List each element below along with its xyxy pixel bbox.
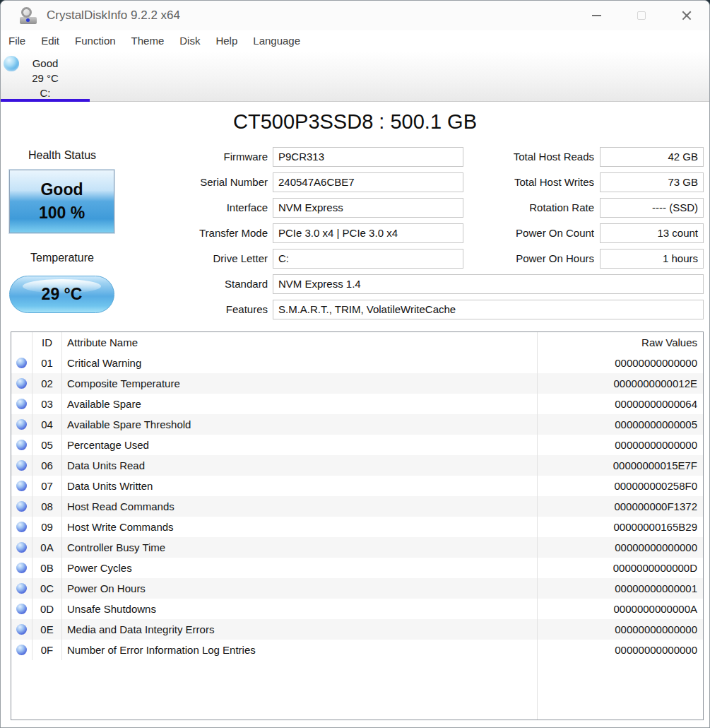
table-row[interactable]: 0EMedia and Data Integrity Errors0000000… [11,619,703,640]
drive-letter-label: Drive Letter [128,249,268,269]
drive-letter-value: C: [273,249,463,269]
status-orb-icon [16,563,27,573]
status-orb-icon [16,399,27,409]
drive-tab-strip: Good 29 °C C: [1,52,709,102]
power-on-hours-value: 1 hours [600,249,704,269]
menu-function[interactable]: Function [67,30,124,52]
close-icon [682,11,692,20]
table-row[interactable]: 0DUnsafe Shutdowns0000000000000A [11,599,703,619]
features-value: S.M.A.R.T., TRIM, VolatileWriteCache [273,300,704,319]
status-orb-icon [16,501,27,512]
temperature-label: Temperature [9,252,115,264]
menu-bar: File Edit Function Theme Disk Help Langu… [1,30,709,52]
title-bar: CrystalDiskInfo 9.2.2 x64 [1,1,709,30]
status-orb-icon [16,460,27,471]
status-orb-icon [16,419,27,430]
table-row[interactable]: 03Available Spare00000000000064 [11,394,703,414]
standard-label: Standard [128,274,268,294]
menu-language[interactable]: Language [245,30,308,52]
status-orb-icon [16,481,27,491]
maximize-icon [637,11,646,20]
table-row[interactable]: 0AController Busy Time00000000000000 [11,537,703,558]
table-row[interactable]: 01Critical Warning00000000000000 [11,353,703,373]
status-orb-icon [16,542,27,553]
interface-value: NVM Express [273,198,463,218]
minimize-button[interactable] [574,1,619,30]
power-on-count-label: Power On Count [463,223,594,243]
menu-file[interactable]: File [1,30,33,52]
menu-disk[interactable]: Disk [172,30,208,52]
smart-table: ID Attribute Name Raw Values 01Critical … [11,331,704,720]
smart-header-raw: Raw Values [537,332,703,353]
table-row[interactable]: 08Host Read Commands000000000F1372 [11,496,703,517]
transfer-mode-label: Transfer Mode [128,223,268,243]
app-icon [20,7,38,24]
menu-edit[interactable]: Edit [33,30,67,52]
firmware-label: Firmware [128,147,268,167]
health-status-value: Good [40,180,83,199]
standard-value: NVM Express 1.4 [273,274,704,294]
temperature-value: 29 °C [42,285,83,304]
drive-title: CT500P3SSD8 : 500.1 GB [1,110,709,134]
power-on-count-value: 13 count [600,223,704,243]
minimize-icon [592,15,601,16]
smart-table-header: ID Attribute Name Raw Values [11,332,703,353]
status-orb-icon [16,378,27,389]
main-content: CT500P3SSD8 : 500.1 GB Health Status Goo… [1,102,709,728]
drive-tab-letter: C: [18,86,73,100]
status-orb-icon [16,522,27,532]
table-row[interactable]: 0FNumber of Error Information Log Entrie… [11,640,703,660]
status-orb-icon [16,358,27,368]
drive-tab-temperature: 29 °C [18,71,73,86]
firmware-value: P9CR313 [273,147,463,167]
table-row[interactable]: 09Host Write Commands00000000165B29 [11,517,703,537]
serial-number-label: Serial Number [128,172,268,192]
total-host-writes-label: Total Host Writes [463,172,594,192]
drive-tab-c[interactable]: Good 29 °C C: [1,52,90,101]
drive-tab-text: Good 29 °C C: [18,56,73,100]
power-on-hours-label: Power On Hours [463,249,594,269]
table-row[interactable]: 05Percentage Used00000000000000 [11,435,703,455]
maximize-button[interactable] [619,1,664,30]
drive-tab-status: Good [18,56,73,71]
drive-status-orb-icon [4,56,19,71]
features-label: Features [128,300,268,319]
health-status-label: Health Status [9,149,115,162]
smart-header-id: ID [32,332,62,353]
table-row[interactable]: 0CPower On Hours00000000000001 [11,578,703,599]
status-orb-icon [16,583,27,594]
table-row[interactable]: 04Available Spare Threshold0000000000000… [11,414,703,435]
total-host-reads-value: 42 GB [600,147,704,167]
status-orb-icon [16,624,27,635]
total-host-reads-label: Total Host Reads [463,147,594,167]
total-host-writes-value: 73 GB [600,172,704,192]
table-row[interactable]: 0BPower Cycles0000000000000D [11,558,703,578]
menu-theme[interactable]: Theme [124,30,172,52]
interface-label: Interface [128,198,268,218]
serial-number-value: 240547A6CBE7 [273,172,463,192]
temperature-indicator[interactable]: 29 °C [9,276,114,313]
app-window: CrystalDiskInfo 9.2.2 x64 File Edit Func… [0,0,710,728]
status-orb-icon [16,604,27,614]
rotation-rate-label: Rotation Rate [463,198,594,218]
close-button[interactable] [664,1,709,30]
health-status-percent: 100 % [39,204,85,223]
health-status-button[interactable]: Good 100 % [9,170,114,233]
smart-table-empty-area [11,660,703,720]
table-row[interactable]: 07Data Units Written000000000258F0 [11,476,703,496]
smart-header-status [11,332,32,353]
table-row[interactable]: 02Composite Temperature0000000000012E [11,373,703,394]
transfer-mode-value: PCIe 3.0 x4 | PCIe 3.0 x4 [273,223,463,243]
status-orb-icon [16,645,27,655]
menu-help[interactable]: Help [208,30,245,52]
smart-header-name: Attribute Name [62,332,537,353]
rotation-rate-value: ---- (SSD) [600,198,704,218]
status-orb-icon [16,440,27,450]
window-title: CrystalDiskInfo 9.2.2 x64 [47,8,180,23]
table-row[interactable]: 06Data Units Read00000000015E7F [11,455,703,476]
